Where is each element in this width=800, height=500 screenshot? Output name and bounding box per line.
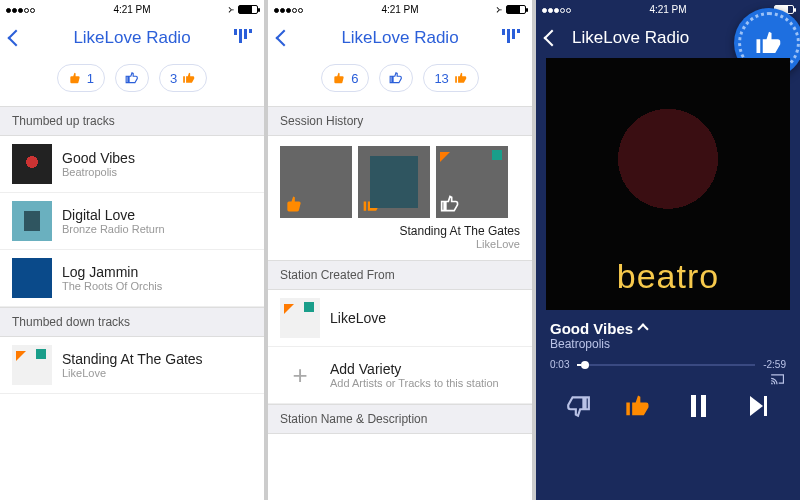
battery-icon <box>238 5 258 14</box>
history-caption: Standing At The Gates LikeLove <box>268 222 532 260</box>
nav-bar: LikeLove Radio <box>0 18 264 58</box>
progress-bar[interactable]: 0:03 -2:59 <box>536 353 800 376</box>
section-created-from: Station Created From <box>268 260 532 290</box>
now-artist: Beatropolis <box>550 337 786 351</box>
album-art <box>12 201 52 241</box>
time-elapsed: 0:03 <box>550 359 569 370</box>
track-row[interactable]: Good VibesBeatropolis <box>0 136 264 193</box>
album-art <box>280 298 320 338</box>
thumb-up-icon <box>389 71 403 85</box>
thumbs-up-main[interactable] <box>379 64 413 92</box>
status-time: 4:21 PM <box>0 4 264 15</box>
thumb-down-icon <box>284 194 304 214</box>
thumbs-up-count[interactable]: 13 <box>423 64 478 92</box>
thumb-up-icon <box>125 71 139 85</box>
thumb-down-icon <box>68 71 82 85</box>
session-history[interactable] <box>268 136 532 222</box>
thumb-up-button[interactable] <box>620 388 656 424</box>
thumbs-down-count[interactable]: 6 <box>321 64 369 92</box>
album-art <box>12 345 52 385</box>
pause-button[interactable] <box>680 388 716 424</box>
album-art <box>12 144 52 184</box>
album-art <box>12 258 52 298</box>
thumb-down-icon <box>332 71 346 85</box>
thumb-up-icon <box>754 28 784 58</box>
status-bar: 4:21 PM ᚛ <box>268 0 532 18</box>
page-title: LikeLove Radio <box>0 28 264 48</box>
chevron-up-icon <box>637 323 648 334</box>
track-row[interactable]: Standing At The GatesLikeLove <box>0 337 264 394</box>
seed-row[interactable]: LikeLove <box>268 290 532 347</box>
thumb-up-outline-icon <box>440 194 460 214</box>
section-session-history: Session History <box>268 106 532 136</box>
status-time: 4:21 PM <box>268 4 532 15</box>
thumb-up-icon <box>362 194 382 214</box>
add-variety-row[interactable]: + Add VarietyAdd Artists or Tracks to th… <box>268 347 532 404</box>
cast-icon[interactable] <box>768 372 786 386</box>
track-row[interactable]: Log JamminThe Roots Of Orchis <box>0 250 264 307</box>
section-thumbed-up: Thumbed up tracks <box>0 106 264 136</box>
history-cover[interactable] <box>280 146 352 218</box>
plus-icon: + <box>280 355 320 395</box>
history-cover[interactable] <box>358 146 430 218</box>
time-remaining: -2:59 <box>763 359 786 370</box>
section-thumbed-down: Thumbed down tracks <box>0 307 264 337</box>
thumb-up-icon <box>454 71 468 85</box>
battery-icon <box>506 5 526 14</box>
thumb-up-icon <box>182 71 196 85</box>
status-bar: 4:21 PM ᚛ <box>0 0 264 18</box>
nav-bar: LikeLove Radio <box>268 18 532 58</box>
now-title[interactable]: Good Vibes <box>550 320 786 337</box>
track-row[interactable]: Digital LoveBronze Radio Return <box>0 193 264 250</box>
thumb-down-button[interactable] <box>560 388 596 424</box>
thumbs-down-count[interactable]: 1 <box>57 64 105 92</box>
album-brand: beatro <box>617 257 719 296</box>
now-playing-art[interactable]: beatro <box>546 58 790 310</box>
thumbs-up-count[interactable]: 3 <box>159 64 207 92</box>
thumbs-up-main[interactable] <box>115 64 149 92</box>
section-name-desc: Station Name & Description <box>268 404 532 434</box>
next-button[interactable] <box>740 388 776 424</box>
page-title: LikeLove Radio <box>268 28 532 48</box>
history-cover[interactable] <box>436 146 508 218</box>
